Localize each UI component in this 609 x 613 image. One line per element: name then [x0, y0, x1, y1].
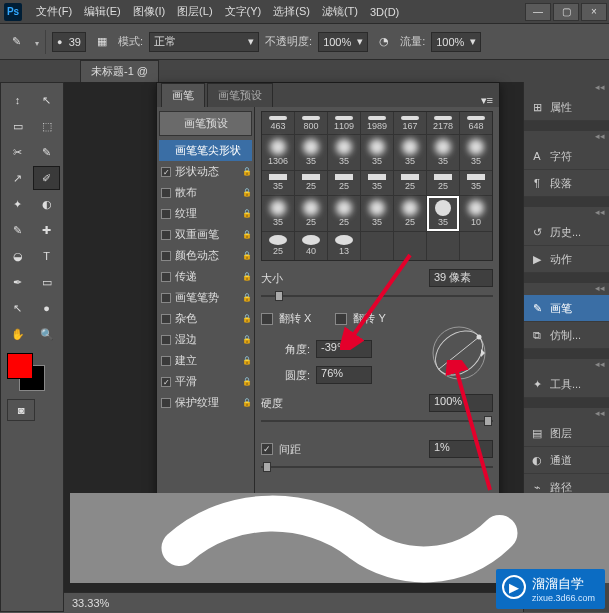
panel-properties[interactable]: ⊞属性 [524, 94, 609, 121]
menu-filter[interactable]: 滤镜(T) [316, 4, 364, 19]
path-select-tool[interactable]: ↖ [4, 296, 31, 320]
pressure-opacity-icon[interactable]: ◔ [374, 32, 394, 52]
brush-panel-toggle[interactable]: ▦ [92, 32, 112, 52]
brush-tip-cell[interactable]: 35 [460, 171, 492, 195]
brush-option-5[interactable]: 颜色动态🔒 [159, 245, 252, 266]
brush-tip-cell[interactable]: 1109 [328, 112, 360, 134]
brush-tip-cell[interactable]: 1306 [262, 135, 294, 169]
brush-tip-cell[interactable]: 35 [262, 196, 294, 230]
brush-tip-cell[interactable]: 35 [361, 196, 393, 230]
brush-option-check[interactable] [161, 335, 171, 345]
brush-tip-cell[interactable]: 25 [295, 171, 327, 195]
brush-tip-cell[interactable]: 40 [295, 232, 327, 260]
tool-preset-picker[interactable] [32, 36, 39, 48]
lock-icon[interactable]: 🔒 [242, 272, 250, 281]
size-slider[interactable] [261, 289, 493, 303]
brush-option-10[interactable]: 建立🔒 [159, 350, 252, 371]
brush-tip-cell[interactable]: 35 [394, 135, 426, 169]
flip-y-checkbox[interactable] [335, 313, 347, 325]
brush-option-check[interactable] [161, 167, 171, 177]
opacity-input[interactable]: 100%▾ [318, 32, 368, 52]
brush-tool[interactable]: ✐ [33, 166, 60, 190]
brush-tip-cell[interactable]: 35 [295, 135, 327, 169]
brush-tip-cell[interactable]: 25 [328, 171, 360, 195]
brush-tip-cell[interactable]: 25 [262, 232, 294, 260]
lock-icon[interactable]: 🔒 [242, 209, 250, 218]
flow-input[interactable]: 100%▾ [431, 32, 481, 52]
brush-tip-cell[interactable]: 35 [427, 196, 459, 230]
quick-mask-toggle[interactable]: ◙ [7, 399, 35, 421]
hardness-input[interactable]: 100% [429, 394, 493, 412]
brush-tip-cell[interactable]: 35 [262, 171, 294, 195]
brush-option-12[interactable]: 保护纹理🔒 [159, 392, 252, 413]
brush-tip-cell[interactable]: 463 [262, 112, 294, 134]
window-close[interactable]: × [581, 3, 607, 21]
brush-option-check[interactable] [161, 272, 171, 282]
lock-icon[interactable]: 🔒 [242, 230, 250, 239]
brush-tip-cell[interactable]: 25 [295, 196, 327, 230]
brush-tip-cell[interactable]: 10 [460, 196, 492, 230]
brush-option-6[interactable]: 传递🔒 [159, 266, 252, 287]
brush-tip-cell[interactable]: 25 [394, 196, 426, 230]
type-tool[interactable]: T [33, 244, 60, 268]
blend-mode-select[interactable]: 正常▾ [149, 32, 259, 52]
stamp-tool[interactable]: ✦ [4, 192, 31, 216]
brush-option-check[interactable] [161, 293, 171, 303]
brush-presets-button[interactable]: 画笔预设 [159, 111, 252, 136]
crop-tool[interactable]: ✂ [4, 140, 31, 164]
tool-preset-icon[interactable]: ✎ [6, 32, 26, 52]
brush-tip-cell[interactable]: 1989 [361, 112, 393, 134]
spacing-checkbox[interactable] [261, 443, 273, 455]
brush-tip-cell[interactable]: 13 [328, 232, 360, 260]
zoom-tool[interactable]: 🔍 [33, 322, 60, 346]
menu-file[interactable]: 文件(F) [30, 4, 78, 19]
lock-icon[interactable]: 🔒 [242, 356, 250, 365]
gradient-tool[interactable]: ✚ [33, 218, 60, 242]
menu-select[interactable]: 选择(S) [267, 4, 316, 19]
panel-clone-source[interactable]: ⧉仿制... [524, 322, 609, 349]
lock-icon[interactable]: 🔒 [242, 335, 250, 344]
panel-layers[interactable]: ▤图层 [524, 420, 609, 447]
brush-tip-cell[interactable]: 2178 [427, 112, 459, 134]
panel-tool-presets[interactable]: ✦工具... [524, 371, 609, 398]
eyedropper-tool[interactable]: ✎ [33, 140, 60, 164]
arrow-tool[interactable]: ↖ [33, 88, 60, 112]
rect-tool[interactable]: ▭ [33, 270, 60, 294]
collapse-handle[interactable]: ◂◂ [524, 82, 609, 94]
lock-icon[interactable]: 🔒 [242, 167, 250, 176]
brush-tip-cell[interactable]: 800 [295, 112, 327, 134]
brush-option-check[interactable] [161, 251, 171, 261]
brush-option-3[interactable]: 纹理🔒 [159, 203, 252, 224]
window-maximize[interactable]: ▢ [553, 3, 579, 21]
brush-option-check[interactable] [161, 377, 171, 387]
dodge-tool[interactable]: ◒ [4, 244, 31, 268]
angle-input[interactable]: -39° [316, 340, 372, 358]
roundness-input[interactable]: 76% [316, 366, 372, 384]
brush-option-check[interactable] [161, 398, 171, 408]
panel-history[interactable]: ↺历史... [524, 219, 609, 246]
brush-tip-cell[interactable] [394, 232, 426, 260]
panel-character[interactable]: A字符 [524, 143, 609, 170]
brush-tip-cell[interactable]: 35 [361, 135, 393, 169]
brush-tip-cell[interactable] [460, 232, 492, 260]
history-brush-tool[interactable]: ◐ [33, 192, 60, 216]
lock-icon[interactable]: 🔒 [242, 314, 250, 323]
lock-icon[interactable]: 🔒 [242, 293, 250, 302]
pen-tool[interactable]: ✒ [4, 270, 31, 294]
menu-layer[interactable]: 图层(L) [171, 4, 218, 19]
lock-icon[interactable]: 🔒 [242, 188, 250, 197]
brush-option-check[interactable] [161, 209, 171, 219]
doc-tab[interactable]: 未标题-1 @ [80, 60, 159, 82]
foreground-color[interactable] [7, 353, 33, 379]
healing-tool[interactable]: ↗ [4, 166, 31, 190]
lasso-tool[interactable]: ⬚ [33, 114, 60, 138]
zoom-level[interactable]: 33.33% [72, 597, 109, 609]
brush-tip-cell[interactable]: 25 [394, 171, 426, 195]
panel-menu-icon[interactable]: ▾≡ [475, 94, 499, 107]
brush-option-8[interactable]: 杂色🔒 [159, 308, 252, 329]
brush-option-2[interactable]: 散布🔒 [159, 182, 252, 203]
flip-x-checkbox[interactable] [261, 313, 273, 325]
menu-edit[interactable]: 编辑(E) [78, 4, 127, 19]
brush-option-check[interactable] [161, 356, 171, 366]
brush-tip-cell[interactable]: 35 [328, 135, 360, 169]
